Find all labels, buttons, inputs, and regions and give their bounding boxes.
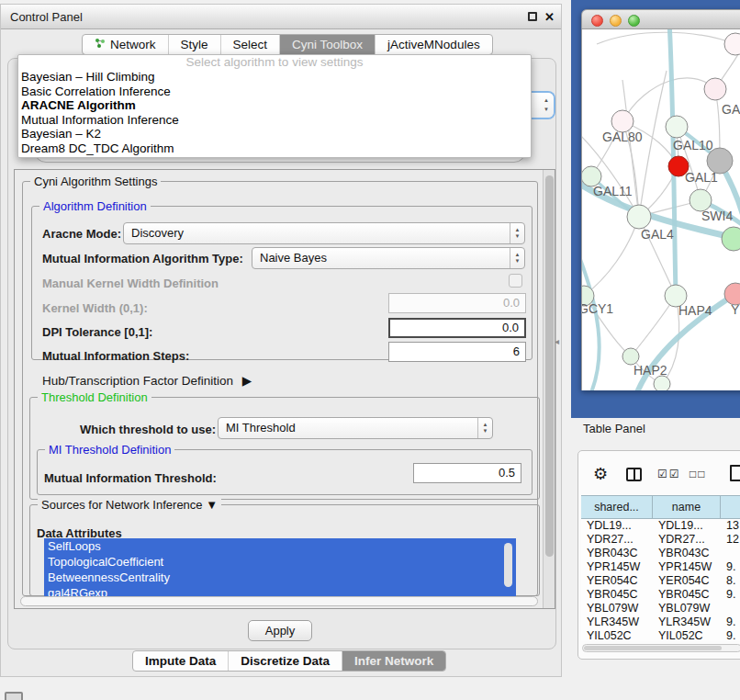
network-node[interactable] — [704, 78, 726, 100]
sources-title-text: Sources for Network Inference — [41, 498, 203, 512]
tab-label: jActiveMNodules — [387, 35, 480, 55]
table-cell — [721, 547, 740, 560]
table-row[interactable]: YPR145WYPR145W9. — [581, 560, 740, 574]
mi-steps-label: Mutual Information Steps: — [42, 349, 189, 363]
manual-kernel-width-checkbox[interactable] — [509, 274, 522, 288]
tab-network[interactable]: Network — [83, 35, 168, 54]
column-header[interactable] — [721, 496, 740, 518]
node-label: SWI4 — [701, 209, 733, 223]
algorithm-option[interactable]: Dream8 DC_TDC Algorithm — [18, 141, 531, 156]
network-edge[interactable] — [597, 32, 735, 44]
node-table: shared...name YDL19...YDL19...13YDR27...… — [581, 495, 740, 640]
node-label: GAL80 — [602, 130, 643, 144]
network-node[interactable] — [722, 227, 740, 251]
list-scrollbar[interactable] — [504, 543, 512, 587]
tab-infer-network[interactable]: Infer Network — [342, 651, 445, 671]
mi-algorithm-type-value: Naive Bayes — [260, 251, 327, 265]
table-cell: YBL079W — [653, 602, 721, 615]
mi-threshold-definition-title: MI Threshold Definition — [45, 443, 174, 457]
split-columns-icon[interactable] — [626, 468, 642, 481]
algorithm-option[interactable]: Bayesian – K2 — [18, 127, 531, 141]
tab-label: Style — [181, 35, 208, 55]
table-cell: YER054C — [581, 574, 653, 588]
mi-threshold-field[interactable]: 0.5 — [413, 463, 521, 483]
tab-style[interactable]: Style — [168, 35, 220, 54]
table-cell: 13 — [721, 519, 740, 533]
network-node[interactable] — [724, 33, 740, 55]
close-icon[interactable]: ✕ — [544, 5, 555, 29]
minimize-traffic-light-icon[interactable] — [610, 15, 622, 27]
which-threshold-select[interactable]: MI Threshold ▲▼ — [218, 417, 493, 439]
hub-definition-expander[interactable]: Hub/Transcription Factor Definition ▶ — [42, 373, 252, 388]
tab-discretize-data[interactable]: Discretize Data — [228, 651, 342, 671]
settings-vertical-scrollbar[interactable] — [543, 170, 555, 608]
expand-right-icon: ▶ — [242, 374, 252, 388]
algorithm-option[interactable]: ARACNE Algorithm — [18, 98, 531, 113]
node-label: HAP2 — [633, 363, 667, 378]
dpi-tolerance-field[interactable]: 0.0 — [388, 318, 526, 338]
network-edge[interactable] — [584, 217, 639, 296]
algorithm-option[interactable]: Bayesian – Hill Climbing — [18, 70, 531, 85]
table-row[interactable]: YDL19...YDL19...13 — [581, 519, 740, 533]
apply-button[interactable]: Apply — [248, 620, 312, 641]
tab-impute-data[interactable]: Impute Data — [133, 651, 228, 671]
table-row[interactable]: YLR345WYLR345W9. — [581, 615, 740, 629]
network-node[interactable] — [666, 116, 688, 138]
column-header[interactable]: name — [653, 496, 721, 518]
node-label: GAL4 — [641, 227, 674, 242]
table-cell: YBR045C — [653, 588, 721, 602]
settings-horizontal-scrollbar[interactable] — [20, 596, 538, 606]
close-traffic-light-icon[interactable] — [591, 15, 603, 27]
algorithm-dropdown-popup: Select algorithm to view settings Bayesi… — [17, 54, 532, 158]
gear-icon[interactable]: ⚙ — [593, 464, 608, 484]
data-attribute-item[interactable]: TopologicalCoefficient — [44, 554, 516, 570]
spinner-arrows-icon: ▲▼ — [544, 96, 549, 114]
network-canvas[interactable]: GALGAL80GAL10GAL1GAL11SWI4GAL4GCY1HAP4YH… — [581, 29, 740, 390]
table-cell: 9. — [721, 588, 740, 602]
deselect-all-columns-icon[interactable]: □□ — [690, 468, 707, 480]
node-label: GAL10 — [673, 138, 713, 152]
table-row[interactable]: YBL079WYBL079W — [581, 602, 740, 615]
network-edge[interactable] — [639, 71, 667, 217]
mi-steps-field[interactable]: 6 — [388, 342, 526, 362]
table-row[interactable]: YBR045CYBR045C9. — [581, 588, 740, 602]
table-cell: YDL19... — [581, 519, 653, 533]
sources-title[interactable]: Sources for Network Inference ▼ — [38, 498, 221, 512]
tab-cyni-toolbox[interactable]: Cyni Toolbox — [279, 35, 375, 54]
document-icon[interactable] — [730, 465, 740, 481]
mi-algorithm-type-select[interactable]: Naive Bayes ▲▼ — [252, 247, 525, 269]
scrollbar-thumb[interactable] — [584, 646, 722, 650]
tab-select[interactable]: Select — [220, 35, 280, 54]
kernel-width-field[interactable]: 0.0 — [388, 293, 526, 313]
data-attribute-item[interactable]: SelfLoops — [44, 538, 516, 554]
which-threshold-label: Which threshold to use: — [80, 423, 216, 436]
algorithm-option[interactable]: Mutual Information Inference — [18, 113, 531, 128]
node-label: GCY1 — [582, 301, 613, 316]
algorithm-option[interactable]: Basic Correlation Inference — [18, 85, 531, 99]
node-label: GAL1 — [685, 170, 718, 185]
select-all-columns-icon[interactable]: ☑☑ — [657, 468, 681, 480]
zoom-traffic-light-icon[interactable] — [628, 15, 640, 27]
panel-toggle-button[interactable] — [5, 692, 23, 700]
network-edge[interactable] — [622, 78, 715, 121]
network-edge-highlighted[interactable] — [582, 250, 600, 390]
table-row[interactable]: YDR27...YDR27...12 — [581, 533, 740, 547]
aracne-mode-select[interactable]: Discovery ▲▼ — [123, 222, 525, 244]
table-panel-title: Table Panel — [583, 422, 645, 435]
dpi-tolerance-label: DPI Tolerance [0,1]: — [42, 325, 152, 339]
column-header[interactable]: shared... — [581, 496, 653, 518]
data-attribute-item[interactable]: BetweennessCentrality — [44, 570, 516, 585]
table-cell: 8. — [721, 574, 740, 588]
tab-jactivemnodules[interactable]: jActiveMNodules — [375, 35, 492, 54]
table-row[interactable]: YBR043CYBR043C — [581, 547, 740, 560]
network-node[interactable] — [654, 376, 670, 390]
network-node[interactable] — [627, 205, 651, 229]
data-attributes-list[interactable]: SelfLoopsTopologicalCoefficientBetweenne… — [44, 538, 516, 600]
table-row[interactable]: YER054CYER054C8. — [581, 574, 740, 588]
mi-algorithm-type-label: Mutual Information Algorithm Type: — [42, 252, 243, 265]
table-row[interactable]: YIL052CYIL052C9. — [581, 629, 740, 640]
node-label: Y — [731, 302, 740, 317]
scrollbar-thumb[interactable] — [545, 175, 554, 557]
float-window-icon[interactable] — [528, 12, 537, 21]
table-horizontal-scrollbar[interactable] — [582, 644, 740, 652]
